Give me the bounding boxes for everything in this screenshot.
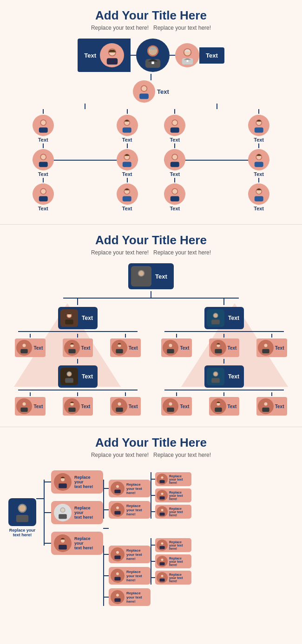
avatar-r-l4-1 (164, 183, 185, 205)
s3-mid-node-3: Replace your text here! (44, 532, 103, 555)
svg-point-74 (23, 403, 26, 406)
svg-rect-64 (68, 349, 75, 353)
avatar-r-l3-2 (248, 149, 269, 170)
svg-rect-79 (116, 408, 123, 412)
svg-rect-27 (123, 162, 131, 167)
s2-deep-sub-1 (16, 398, 32, 414)
svg-rect-61 (21, 349, 28, 353)
svg-point-146 (161, 559, 164, 561)
svg-rect-30 (123, 196, 131, 201)
svg-point-92 (264, 344, 267, 347)
avatar-l2-1 (33, 115, 54, 136)
svg-rect-118 (114, 489, 120, 493)
s2-title: Add Your Title Here (5, 233, 297, 247)
svg-rect-127 (160, 496, 165, 500)
svg-point-22 (41, 189, 46, 194)
s3-mid-node-1: Replace your text here! (44, 470, 103, 494)
s2-r-sub-3 (258, 340, 274, 356)
svg-rect-106 (16, 515, 28, 522)
s1-banner-left: Text (78, 39, 131, 72)
s2-dr-sub-3 (258, 398, 274, 414)
avatar-female-left (100, 43, 124, 67)
svg-rect-12 (139, 94, 149, 99)
s2-subtitle: Replace your text here! Replace your tex… (5, 249, 297, 256)
svg-point-19 (41, 155, 46, 159)
avatar-center-top (136, 39, 170, 72)
svg-point-134 (116, 551, 119, 554)
svg-rect-45 (255, 162, 263, 167)
s3-subtitle: Replace your text here! Replace your tex… (5, 452, 297, 458)
svg-point-52 (139, 271, 144, 276)
svg-rect-91 (262, 349, 269, 353)
svg-point-80 (118, 403, 121, 406)
avatar-l4-2 (117, 183, 138, 205)
svg-rect-1 (106, 58, 117, 65)
svg-rect-36 (171, 162, 179, 167)
svg-point-71 (67, 372, 71, 376)
s2-sub-avatar-3 (112, 340, 127, 356)
svg-rect-94 (211, 378, 220, 383)
s2-sub-avatar-2 (64, 340, 80, 356)
svg-rect-100 (215, 408, 222, 412)
s2-sub-avatar-1 (16, 340, 32, 356)
s3-mid-node-2: Replace your text here! (44, 501, 103, 524)
svg-rect-88 (215, 349, 222, 353)
s1-title: Add Your Title Here (5, 8, 297, 23)
s2-r-sub-2 (210, 340, 226, 356)
svg-point-98 (169, 403, 172, 406)
section-1: Add Your Title Here Replace your text he… (0, 0, 302, 225)
avatar-l2-2 (117, 115, 138, 136)
svg-rect-133 (114, 555, 120, 559)
svg-rect-109 (59, 483, 67, 488)
s2-root-node: Text (128, 263, 174, 289)
svg-rect-82 (211, 319, 220, 324)
svg-rect-145 (160, 562, 165, 566)
svg-rect-130 (160, 513, 165, 516)
avatar-r-l2-2 (248, 115, 269, 136)
svg-rect-15 (39, 127, 47, 132)
s2-dr-sub-1 (163, 398, 178, 414)
svg-point-95 (214, 372, 217, 376)
svg-rect-142 (160, 546, 165, 549)
svg-rect-115 (59, 545, 67, 549)
svg-rect-73 (21, 408, 28, 412)
s1-subtitle: Replace your text here! Replace your tex… (5, 25, 297, 31)
svg-rect-33 (171, 127, 179, 132)
s2-r-sub-1 (163, 340, 178, 356)
avatar-r-l4-2 (248, 183, 269, 205)
svg-rect-148 (160, 579, 165, 582)
svg-rect-85 (167, 349, 174, 353)
svg-point-113 (61, 508, 65, 512)
svg-rect-70 (65, 378, 73, 383)
svg-rect-103 (262, 408, 269, 412)
s3-title: Add Your Title Here (5, 436, 297, 450)
svg-rect-51 (137, 279, 146, 284)
svg-point-34 (172, 120, 177, 125)
s2-deep-right: Text (204, 365, 244, 388)
s1-banner-right: Text (199, 47, 224, 64)
s2-deep-sub-2 (64, 398, 80, 414)
s2-branch-left: Text (58, 307, 98, 329)
svg-point-37 (172, 155, 177, 159)
svg-point-140 (116, 594, 119, 597)
svg-point-149 (161, 575, 164, 577)
svg-point-104 (264, 403, 267, 406)
svg-rect-97 (167, 408, 174, 412)
section-3: Add Your Title Here Replace your text he… (0, 427, 302, 622)
avatar-r-l2-1 (164, 115, 185, 136)
svg-point-125 (161, 476, 164, 479)
svg-rect-139 (114, 598, 120, 602)
svg-rect-24 (123, 127, 131, 132)
svg-rect-48 (255, 196, 263, 201)
avatar-l3-2 (117, 149, 138, 170)
svg-rect-67 (116, 349, 123, 353)
svg-rect-39 (171, 196, 179, 201)
svg-point-83 (214, 313, 217, 317)
svg-point-122 (116, 507, 119, 509)
avatar-l4-1 (33, 183, 54, 205)
svg-rect-124 (160, 480, 165, 483)
svg-point-131 (161, 509, 164, 511)
svg-point-16 (41, 120, 46, 125)
s2-deep-sub-3 (112, 398, 127, 414)
svg-point-86 (169, 344, 172, 347)
